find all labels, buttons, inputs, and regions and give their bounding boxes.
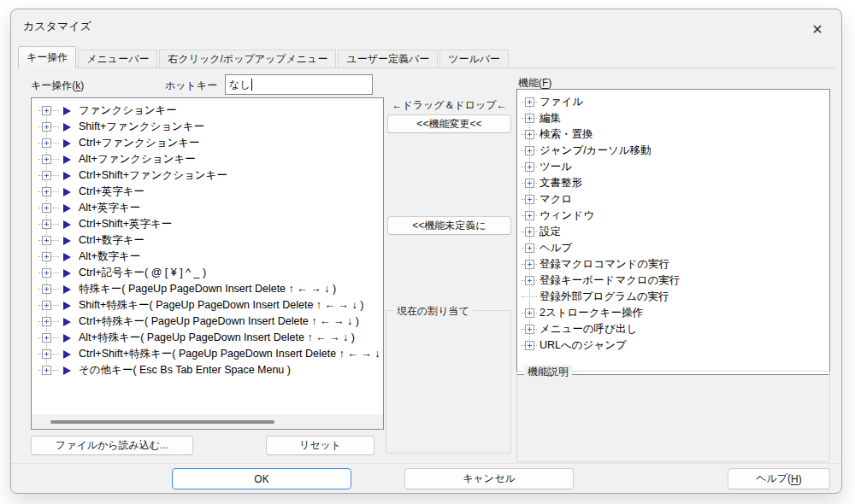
tree-item[interactable]: 設定: [517, 224, 829, 240]
tree-item[interactable]: 登録キーボードマクロの実行: [517, 273, 829, 289]
tree-item-label: 文書整形: [540, 176, 582, 190]
tree-item-label: 登録外部プログラムの実行: [540, 290, 669, 304]
tree-item[interactable]: ツール: [517, 159, 829, 175]
tree-item[interactable]: URLへのジャンプ: [517, 337, 829, 354]
plus-icon[interactable]: [42, 366, 51, 375]
tree-item[interactable]: Alt+ファンクションキー: [32, 151, 383, 167]
plus-icon[interactable]: [42, 138, 51, 148]
right-triangle-icon: [63, 172, 71, 180]
tree-item[interactable]: Ctrl+英字キー: [32, 184, 383, 200]
key-tree[interactable]: ファンクションキー Shift+ファンクションキー Ctrl+ファンクションキー: [31, 97, 384, 430]
tree-item-label: ジャンプ/カーソル移動: [540, 144, 652, 158]
tree-item[interactable]: 特殊キー( PageUp PageDown Insert Delete ↑ ← …: [32, 281, 383, 297]
tree-item[interactable]: 2ストロークキー操作: [517, 305, 829, 321]
plus-icon[interactable]: [525, 114, 534, 123]
tree-connector: [53, 370, 59, 371]
tree-connector: [53, 208, 59, 208]
tree-item[interactable]: Alt+数字キー: [32, 249, 383, 265]
plus-icon[interactable]: [525, 341, 534, 350]
tree-connector: [53, 159, 59, 160]
right-triangle-icon: [63, 123, 71, 132]
tree-item[interactable]: Ctrl+Shift+特殊キー( PageUp PageDown Insert …: [32, 346, 383, 362]
tree-item[interactable]: Ctrl+特殊キー( PageUp PageDown Insert Delete…: [32, 314, 383, 330]
help-button[interactable]: ヘルプ(H): [728, 468, 830, 489]
tree-item-label: Alt+数字キー: [79, 249, 140, 264]
function-tree[interactable]: ファイル 編集 検索・置換 ジャンプ/カーソル移動: [516, 89, 830, 375]
right-triangle-icon: [63, 155, 71, 164]
plus-icon[interactable]: [42, 155, 51, 164]
tree-item[interactable]: 文書整形: [517, 175, 829, 191]
load-from-file-button[interactable]: ファイルから読み込む...: [31, 436, 193, 455]
plus-icon[interactable]: [525, 325, 534, 334]
tree-item[interactable]: 登録外部プログラムの実行: [517, 289, 829, 305]
plus-icon[interactable]: [42, 268, 51, 278]
footer-divider: [11, 463, 841, 464]
tree-item[interactable]: Ctrl+ファンクションキー: [32, 135, 383, 151]
tab-menu-bar[interactable]: メニューバー: [78, 50, 157, 68]
tree-item[interactable]: 検索・置換: [517, 126, 829, 143]
plus-icon[interactable]: [525, 195, 534, 204]
undefine-function-button[interactable]: <<機能未定義に: [387, 216, 511, 235]
plus-icon[interactable]: [525, 227, 534, 237]
plus-icon[interactable]: [525, 146, 534, 155]
tree-item[interactable]: Alt+英字キー: [32, 200, 383, 216]
plus-icon[interactable]: [42, 333, 51, 343]
tab-right-click-popup-menu[interactable]: 右クリック/ポップアップメニュー: [159, 50, 336, 68]
cancel-button[interactable]: キャンセル: [404, 468, 574, 489]
tab-toolbar[interactable]: ツールバー: [439, 50, 509, 68]
plus-icon[interactable]: [42, 236, 51, 245]
tree-item[interactable]: その他キー( Esc Bs Tab Enter Space Menu ): [32, 362, 383, 378]
tree-item[interactable]: ウィンドウ: [517, 208, 829, 224]
plus-icon[interactable]: [42, 301, 51, 310]
plus-icon[interactable]: [525, 162, 534, 172]
plus-icon[interactable]: [42, 106, 51, 115]
tree-item[interactable]: Shift+ファンクションキー: [32, 119, 383, 135]
plus-icon[interactable]: [42, 284, 51, 294]
tree-item[interactable]: Alt+特殊キー( PageUp PageDown Insert Delete …: [32, 330, 383, 346]
tree-item[interactable]: ヘルプ: [517, 240, 829, 256]
tree-item[interactable]: 編集: [517, 110, 829, 126]
tree-item[interactable]: ファイル: [517, 94, 829, 110]
plus-icon[interactable]: [42, 220, 51, 229]
hotkey-input[interactable]: なし: [225, 74, 373, 95]
plus-icon[interactable]: [525, 211, 534, 220]
plus-icon[interactable]: [525, 97, 534, 107]
plus-icon[interactable]: [525, 179, 534, 188]
plus-icon[interactable]: [42, 349, 51, 359]
tree-item[interactable]: Ctrl+Shift+英字キー: [32, 216, 383, 232]
plus-icon[interactable]: [42, 317, 51, 326]
plus-icon[interactable]: [525, 243, 534, 253]
tree-item[interactable]: Ctrl+記号キー( @ [ ¥ ] ^ _ ): [32, 265, 383, 281]
tree-connector: [53, 321, 59, 322]
scrollbar-thumb[interactable]: [50, 420, 274, 424]
plus-icon[interactable]: [42, 252, 51, 261]
horizontal-scrollbar[interactable]: [32, 414, 383, 429]
plus-icon[interactable]: [42, 122, 51, 132]
tree-connector: [53, 273, 59, 273]
plus-icon[interactable]: [42, 171, 51, 180]
tab-key-operations[interactable]: キー操作: [18, 46, 76, 68]
tree-item[interactable]: Ctrl+数字キー: [32, 232, 383, 249]
tree-item[interactable]: ファンクションキー: [32, 103, 383, 119]
tree-item[interactable]: ジャンプ/カーソル移動: [517, 143, 829, 159]
right-triangle-icon: [63, 366, 71, 375]
plus-icon[interactable]: [525, 130, 534, 139]
reset-button[interactable]: リセット: [266, 436, 374, 455]
tree-item[interactable]: 登録マクロコマンドの実行: [517, 256, 829, 273]
plus-icon[interactable]: [42, 203, 51, 213]
ok-button[interactable]: OK: [172, 468, 351, 489]
plus-icon[interactable]: [525, 260, 534, 269]
change-function-button[interactable]: <<機能変更<<: [387, 114, 511, 133]
tree-item[interactable]: マクロ: [517, 191, 829, 208]
function-tree-rows: ファイル 編集 検索・置換 ジャンプ/カーソル移動: [517, 94, 829, 354]
tree-item[interactable]: メニューの呼び出し: [517, 321, 829, 337]
tree-item[interactable]: Ctrl+Shift+ファンクションキー: [32, 167, 383, 184]
plus-icon[interactable]: [42, 187, 51, 196]
plus-icon[interactable]: [525, 276, 534, 285]
tree-item[interactable]: Shift+特殊キー( PageUp PageDown Insert Delet…: [32, 297, 383, 314]
tab-user-defined-bar[interactable]: ユーザー定義バー: [338, 50, 438, 68]
close-button[interactable]: ✕: [804, 16, 831, 42]
plus-icon[interactable]: [525, 308, 534, 318]
right-triangle-icon: [63, 220, 71, 229]
right-triangle-icon: [63, 334, 71, 343]
